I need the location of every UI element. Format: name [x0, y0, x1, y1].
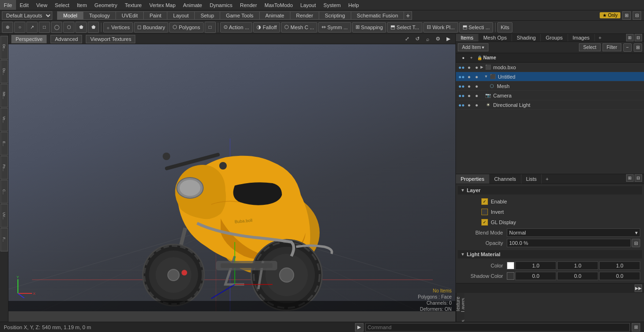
- sidebar-btn-2[interactable]: Du...: [0, 60, 8, 83]
- item-untitled[interactable]: ● ● ● ▼ ⬛ Untitled: [456, 72, 644, 81]
- sidebar-btn-1[interactable]: De...: [0, 36, 8, 59]
- tool-icon-1[interactable]: ⊕: [2, 22, 13, 33]
- color-b-value[interactable]: 1.0: [599, 261, 640, 270]
- color-g-value[interactable]: 1.0: [557, 261, 598, 270]
- items-add-header-icon[interactable]: +: [468, 54, 475, 62]
- menu-layout[interactable]: Layout: [297, 0, 320, 10]
- sidebar-btn-9[interactable]: F...: [0, 228, 8, 251]
- item-camera-eye[interactable]: ●: [458, 92, 465, 99]
- vertices-button[interactable]: ⬦ Vertices: [103, 22, 133, 32]
- enable-checkbox[interactable]: ✓: [481, 198, 488, 205]
- items-minus-icon[interactable]: −: [623, 43, 632, 52]
- viewport-tab-perspective[interactable]: Perspective: [11, 35, 47, 43]
- menu-system[interactable]: System: [320, 0, 345, 10]
- layout-select[interactable]: Default Layouts: [2, 11, 52, 20]
- layer-collapse-icon[interactable]: ▼: [461, 188, 465, 193]
- opacity-value[interactable]: 100.0 %: [507, 239, 631, 247]
- props-bottom-expand-button[interactable]: ▶▶: [635, 284, 642, 292]
- item-light-eye3[interactable]: ●: [473, 101, 480, 109]
- rp-tab-images[interactable]: Images: [568, 34, 595, 41]
- menu-vertex-map[interactable]: Vertex Map: [146, 0, 180, 10]
- item-modo-bxo-eye3[interactable]: ●: [473, 64, 480, 71]
- tool-icon-2[interactable]: ○: [14, 22, 25, 33]
- props-tab-channels[interactable]: Channels: [489, 174, 521, 184]
- tab-schematic-fusion[interactable]: Schematic Fusion: [351, 11, 404, 20]
- color-r-value[interactable]: 1.0: [515, 261, 556, 270]
- tab-setup[interactable]: Setup: [194, 11, 220, 20]
- menu-select[interactable]: Select: [51, 0, 73, 10]
- sidebar-btn-3[interactable]: Me...: [0, 84, 8, 107]
- tool-icon-6[interactable]: ⬡: [63, 22, 74, 33]
- items-expand-icon[interactable]: ⊞: [634, 43, 642, 52]
- viewport-more-icon[interactable]: ▶: [444, 35, 453, 43]
- tab-render[interactable]: Render: [290, 11, 319, 20]
- viewport-maximize-icon[interactable]: ⤢: [403, 35, 411, 43]
- select-button[interactable]: Select: [579, 43, 601, 51]
- item-mesh[interactable]: ● ● ● ⬡ Mesh: [456, 81, 644, 91]
- item-untitled-eye3[interactable]: ●: [473, 73, 480, 81]
- viewport-settings-icon[interactable]: ⚙: [434, 35, 442, 43]
- texture-layers-label[interactable]: Texture Layers: [456, 293, 464, 316]
- rp-tab-groups[interactable]: Groups: [541, 34, 568, 41]
- tab-uvedit[interactable]: UVEdit: [116, 11, 143, 20]
- tab-scripting[interactable]: Scripting: [319, 11, 351, 20]
- command-input[interactable]: [365, 323, 630, 332]
- item-mesh-eye2[interactable]: ●: [465, 82, 473, 90]
- props-tab-add[interactable]: +: [542, 174, 552, 184]
- item-modo-bxo-eye[interactable]: ●: [458, 64, 465, 71]
- menu-geometry[interactable]: Geometry: [91, 0, 121, 10]
- menu-file[interactable]: File: [0, 0, 16, 10]
- star-only-button[interactable]: ★ Only: [600, 12, 620, 18]
- scene-canvas[interactable]: Buba.boll X Y Z: [8, 44, 455, 311]
- menu-render[interactable]: Render: [236, 0, 261, 10]
- add-item-button[interactable]: Add Item ▾: [458, 43, 488, 51]
- polygons-button[interactable]: ⬡ Polygons: [169, 22, 203, 32]
- snapping-button[interactable]: ⊞ Snapping: [352, 22, 387, 32]
- add-layout-tab-button[interactable]: +: [404, 11, 412, 20]
- tab-topology[interactable]: Topology: [83, 11, 116, 20]
- viewport-tab-advanced[interactable]: Advanced: [50, 35, 82, 43]
- tab-paint[interactable]: Paint: [143, 11, 167, 20]
- shadow-r-value[interactable]: 0.0: [515, 272, 556, 280]
- sidebar-btn-6[interactable]: Po...: [0, 156, 8, 179]
- shadow-color-swatch[interactable]: [507, 272, 514, 280]
- item-untitled-eye2[interactable]: ●: [465, 73, 473, 81]
- tab-animate[interactable]: Animate: [259, 11, 290, 20]
- menu-maxtomodo[interactable]: MaxToModo: [261, 0, 297, 10]
- item-untitled-eye[interactable]: ●: [458, 73, 465, 81]
- sidebar-btn-4[interactable]: Ve...: [0, 108, 8, 131]
- item-light-eye2[interactable]: ●: [465, 101, 473, 109]
- light-material-collapse-icon[interactable]: ▼: [461, 252, 465, 257]
- item-camera[interactable]: ● ● ● 📷 Camera: [456, 91, 644, 100]
- menu-dynamics[interactable]: Dynamics: [206, 0, 236, 10]
- tab-layout[interactable]: Layout: [167, 11, 194, 20]
- menu-edit[interactable]: Edit: [16, 0, 33, 10]
- shadow-b-value[interactable]: 0.0: [599, 272, 640, 280]
- layout-icon-1[interactable]: ⊞: [622, 11, 631, 20]
- tool-pointer[interactable]: ↗: [26, 22, 38, 33]
- props-expand-button[interactable]: ⊞: [626, 174, 634, 182]
- item-mesh-eye[interactable]: ●: [458, 82, 465, 90]
- sidebar-btn-5[interactable]: E...: [0, 132, 8, 155]
- invert-checkbox[interactable]: [481, 209, 488, 215]
- sidebar-btn-7[interactable]: C...: [0, 180, 8, 203]
- layout-icon-2[interactable]: ⊟: [633, 11, 641, 20]
- items-lock-header-icon[interactable]: 🔒: [476, 54, 483, 62]
- menu-view[interactable]: View: [33, 0, 51, 10]
- action-button[interactable]: ⊙ Action ...: [220, 22, 253, 32]
- selecti-button[interactable]: ⬒ Selecti ...: [459, 22, 493, 32]
- rp-tab-shading[interactable]: Shading: [512, 34, 541, 41]
- opacity-link-icon[interactable]: ⊟: [632, 239, 640, 247]
- command-arrow-icon[interactable]: ▶: [355, 323, 363, 332]
- tool-icon-9[interactable]: □: [205, 22, 216, 33]
- props-tab-lists[interactable]: Lists: [521, 174, 542, 184]
- rp-tab-mesh-ops[interactable]: Mesh Ops: [479, 34, 512, 41]
- work-pl-button[interactable]: ⊟ Work Pl...: [423, 22, 458, 32]
- menu-item[interactable]: Item: [73, 0, 91, 10]
- falloff-button[interactable]: ◑ Falloff: [253, 22, 280, 32]
- use-channels-label[interactable]: Use Channels: [456, 316, 464, 322]
- item-camera-eye3[interactable]: ●: [473, 92, 480, 99]
- tab-game-tools[interactable]: Game Tools: [220, 11, 259, 20]
- tool-icon-4[interactable]: □: [39, 22, 50, 33]
- expand-panel-button[interactable]: ⊞: [626, 34, 634, 41]
